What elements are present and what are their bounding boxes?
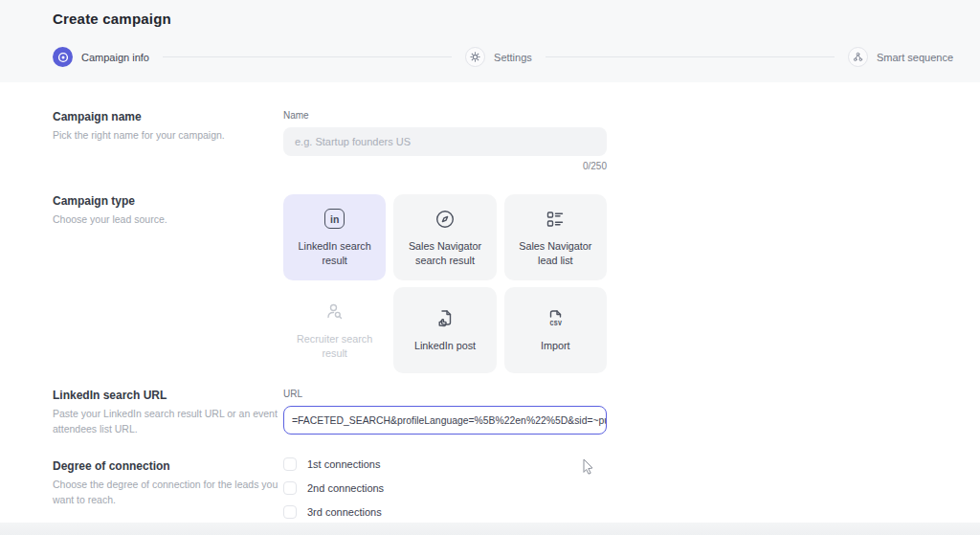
section-description: Paste your LinkedIn search result URL or…	[53, 407, 284, 437]
linkedin-url-controls: URL =FACETED_SEARCH&profileLanguage=%5B%…	[283, 389, 607, 435]
tile-linkedin-search-result[interactable]: in LinkedIn search result	[283, 194, 386, 280]
checkbox-label: 3rd connections	[307, 506, 382, 518]
tile-import[interactable]: CSV Import	[504, 287, 607, 373]
section-description: Choose the degree of connection for the …	[53, 478, 284, 508]
checkbox-unchecked[interactable]	[283, 457, 297, 471]
step-label: Campaign info	[81, 52, 149, 63]
sequence-branch-icon	[848, 47, 868, 67]
character-counter: 0/250	[283, 161, 607, 171]
stepper-connector	[163, 56, 452, 57]
section-title: Degree of connection	[53, 459, 284, 473]
name-field-label: Name	[283, 110, 607, 121]
step-smart-sequence[interactable]: Smart sequence	[848, 47, 953, 67]
url-field-label: URL	[283, 389, 607, 399]
recruiter-search-icon	[323, 301, 346, 323]
tile-label: Sales Navigator lead list	[512, 239, 599, 267]
post-thumbs-up-icon	[434, 307, 457, 330]
section-title: Campaign name	[53, 110, 284, 123]
checkbox-row-2nd-connections[interactable]: 2nd connections	[283, 481, 607, 495]
checkbox-row-1st-connections[interactable]: 1st connections	[283, 457, 607, 471]
header: Create campaign Campaign info	[0, 0, 980, 82]
checkbox-unchecked[interactable]	[283, 505, 297, 519]
campaign-name-input[interactable]	[283, 127, 607, 156]
tile-label: LinkedIn post	[414, 339, 476, 353]
stepper-connector	[546, 56, 835, 57]
stepper: Campaign info Settings	[53, 47, 953, 67]
campaign-name-section-label: Campaign name Pick the right name for yo…	[53, 110, 284, 144]
tile-label: Import	[541, 339, 570, 353]
tile-label: Recruiter search result	[291, 332, 378, 360]
tile-sales-navigator-lead-list[interactable]: Sales Navigator lead list	[504, 194, 607, 280]
campaign-type-tiles: in LinkedIn search result Sales Navigato…	[283, 194, 607, 373]
degree-checkbox-group: 1st connections 2nd connections 3rd conn…	[283, 457, 607, 529]
linkedin-url-input[interactable]: =FACETED_SEARCH&profileLanguage=%5B%22en…	[283, 406, 607, 435]
section-description: Choose your lead source.	[53, 212, 284, 228]
linkedin-in-icon: in	[324, 208, 345, 231]
step-campaign-info[interactable]: Campaign info	[53, 47, 149, 67]
step-settings[interactable]: Settings	[465, 47, 532, 67]
checkbox-label: 2nd connections	[307, 482, 384, 494]
campaign-info-target-icon	[53, 47, 73, 67]
checkbox-label: 1st connections	[307, 458, 380, 470]
tile-label: Sales Navigator search result	[401, 239, 488, 267]
section-description: Pick the right name for your campaign.	[53, 128, 284, 144]
svg-text:CSV: CSV	[550, 321, 563, 327]
url-value: =FACETED_SEARCH&profileLanguage=%5B%22en…	[292, 415, 607, 426]
tile-recruiter-search-result: Recruiter search result	[283, 287, 386, 373]
step-label: Smart sequence	[877, 52, 953, 63]
linkedin-url-section-label: LinkedIn search URL Paste your LinkedIn …	[53, 389, 284, 437]
bottom-strip	[0, 523, 980, 535]
tile-label: LinkedIn search result	[291, 239, 378, 267]
mouse-cursor-icon	[581, 457, 595, 477]
lead-list-icon	[544, 208, 567, 231]
section-title: Campaign type	[53, 194, 284, 208]
compass-icon	[434, 208, 457, 231]
tile-sales-navigator-search-result[interactable]: Sales Navigator search result	[393, 194, 496, 280]
checkbox-unchecked[interactable]	[283, 481, 297, 495]
page-title: Create campaign	[53, 11, 171, 27]
csv-file-icon: CSV	[544, 307, 567, 330]
campaign-name-controls: Name 0/250	[283, 110, 607, 171]
tile-linkedin-post[interactable]: LinkedIn post	[393, 287, 496, 373]
campaign-type-section-label: Campaign type Choose your lead source.	[53, 194, 284, 228]
step-label: Settings	[494, 52, 532, 63]
degree-section-label: Degree of connection Choose the degree o…	[53, 459, 284, 508]
section-title: LinkedIn search URL	[53, 389, 284, 402]
checkbox-row-3rd-connections[interactable]: 3rd connections	[283, 505, 607, 519]
gear-icon	[465, 47, 485, 67]
